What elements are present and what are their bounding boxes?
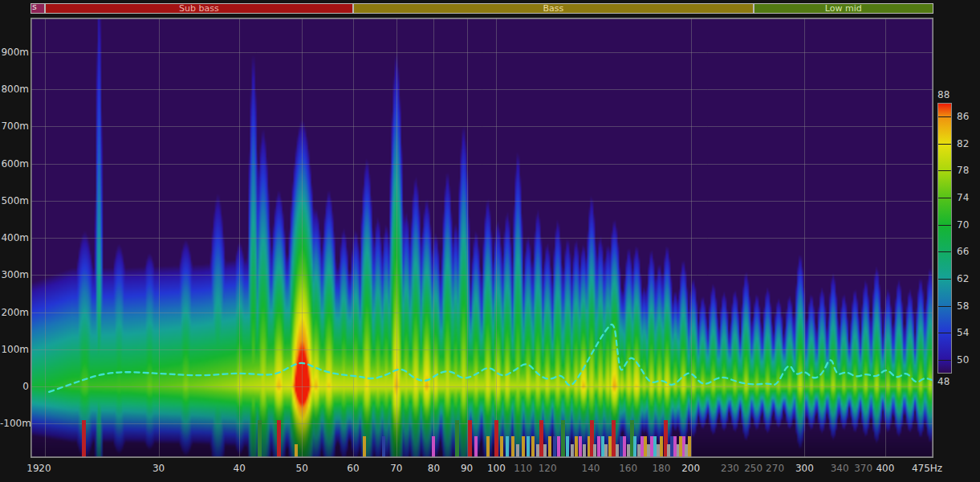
band-sub-bass: Sub bass bbox=[45, 3, 353, 14]
legend-label-82: 82 bbox=[957, 138, 969, 149]
x-tick-19: 19 bbox=[26, 463, 39, 474]
x-tick-370: 370 bbox=[854, 463, 872, 474]
x-tick-20: 20 bbox=[39, 463, 51, 474]
color-scale-bar bbox=[937, 103, 952, 374]
legend-label-66: 66 bbox=[957, 246, 969, 257]
legend-min-label: 48 bbox=[937, 376, 950, 387]
x-tick-200: 200 bbox=[681, 463, 700, 474]
y-tick-0: 0 bbox=[0, 381, 29, 392]
legend-tick-58 bbox=[938, 306, 951, 307]
x-tick-230: 230 bbox=[721, 463, 739, 474]
legend-tick-62 bbox=[938, 279, 951, 280]
x-tick-30: 30 bbox=[152, 463, 165, 474]
x-tick-250: 250 bbox=[744, 463, 762, 474]
x-tick-50: 50 bbox=[296, 463, 308, 474]
legend-label-58: 58 bbox=[957, 300, 969, 312]
x-tick-270: 270 bbox=[766, 463, 784, 474]
x-tick-60: 60 bbox=[347, 463, 359, 474]
x-tick-90: 90 bbox=[461, 463, 473, 474]
legend-label-70: 70 bbox=[957, 219, 969, 231]
band-low-mid: Low mid bbox=[754, 3, 933, 14]
x-tick-100: 100 bbox=[487, 463, 506, 474]
x-tick-40: 40 bbox=[234, 463, 246, 474]
legend-tick-50 bbox=[938, 360, 951, 361]
y-tick-300m: 300m bbox=[0, 269, 29, 280]
x-tick-120: 120 bbox=[539, 463, 557, 474]
x-tick-180: 180 bbox=[652, 463, 670, 474]
spectrogram-canvas[interactable] bbox=[30, 18, 933, 458]
x-tick-70: 70 bbox=[390, 463, 402, 474]
spectrogram-app: Sub bassBassLow mid s 900m800m700m600m50… bbox=[0, 0, 980, 482]
legend-tick-82 bbox=[938, 144, 951, 145]
band-bass: Bass bbox=[353, 3, 754, 14]
y-tick-400m: 400m bbox=[0, 232, 29, 243]
legend-label-78: 78 bbox=[957, 165, 969, 176]
y-tick-700m: 700m bbox=[0, 120, 29, 132]
legend-tick-74 bbox=[938, 198, 951, 198]
y-axis-unit-label: s bbox=[32, 2, 37, 12]
legend-tick-66 bbox=[938, 251, 951, 252]
y-tick--100m: -100m bbox=[0, 418, 29, 429]
x-tick-140: 140 bbox=[582, 463, 600, 474]
x-tick-80: 80 bbox=[428, 463, 440, 474]
x-tick-475Hz: 475Hz bbox=[912, 463, 942, 474]
legend-label-86: 86 bbox=[957, 111, 969, 122]
y-tick-800m: 800m bbox=[0, 84, 29, 95]
legend-label-62: 62 bbox=[957, 273, 969, 284]
legend-tick-78 bbox=[938, 170, 951, 171]
frequency-band-header: Sub bassBassLow mid bbox=[0, 0, 980, 18]
x-tick-300: 300 bbox=[795, 463, 814, 474]
y-tick-100m: 100m bbox=[0, 344, 29, 355]
legend-tick-54 bbox=[938, 333, 951, 333]
legend-label-50: 50 bbox=[957, 354, 969, 366]
x-tick-400: 400 bbox=[876, 463, 894, 474]
x-tick-110: 110 bbox=[514, 463, 532, 474]
y-tick-600m: 600m bbox=[0, 158, 29, 170]
x-tick-340: 340 bbox=[831, 463, 849, 474]
legend-tick-70 bbox=[938, 225, 951, 226]
y-tick-900m: 900m bbox=[0, 47, 29, 58]
legend-label-74: 74 bbox=[957, 192, 969, 203]
y-tick-500m: 500m bbox=[0, 195, 29, 206]
legend-max-label: 88 bbox=[937, 89, 950, 100]
y-tick-200m: 200m bbox=[0, 307, 29, 318]
x-tick-160: 160 bbox=[619, 463, 637, 474]
legend-label-54: 54 bbox=[957, 327, 969, 338]
legend-tick-86 bbox=[938, 116, 951, 117]
